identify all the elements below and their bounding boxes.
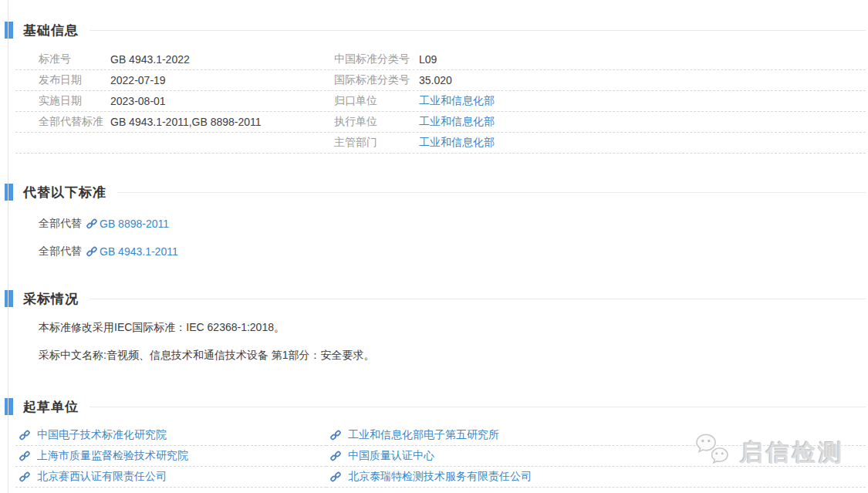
section-title-drafters: 起草单位 — [23, 398, 79, 416]
section-title-replaces: 代替以下标准 — [23, 184, 106, 201]
link-icon — [330, 451, 341, 461]
list-item: 中国质量认证中心 — [326, 446, 866, 467]
field-value: 工业和信息化部 — [419, 136, 866, 150]
list-item: 北京赛西认证有限责任公司 — [15, 467, 326, 488]
section-title-basic-info: 基础信息 — [23, 22, 79, 39]
basic-info-table: 标准号 GB 4943.1-2022 中国标准分类号 L09 发布日期 2022… — [15, 49, 866, 154]
section-header: 采标情况 — [0, 290, 868, 307]
link-icon — [19, 451, 30, 461]
table-row: 发布日期 2022-07-19 国际标准分类号 35.020 — [15, 70, 866, 91]
link-centralized-unit[interactable]: 工业和信息化部 — [419, 94, 495, 106]
section-title-adoption: 采标情况 — [23, 290, 79, 308]
field-label: 执行单位 — [334, 115, 419, 129]
link-icon — [19, 430, 30, 441]
field-value: 工业和信息化部 — [419, 94, 866, 108]
replaced-standard-link[interactable]: GB 8898-2011 — [100, 218, 169, 230]
section-header: 基础信息 — [0, 22, 868, 39]
field-label: 归口单位 — [334, 94, 419, 108]
section-rule — [90, 407, 866, 407]
replace-type-label: 全部代替 — [39, 245, 82, 258]
field-value: GB 4943.1-2011,GB 8898-2011 — [110, 116, 334, 128]
section-marker — [5, 22, 13, 39]
section-rule — [117, 192, 866, 193]
field-label: 全部代替标准 — [15, 115, 110, 129]
drafters-column-right: 工业和信息化部电子第五研究所 中国质量认证中心 北京泰瑞特检测技术服务有限责任公… — [326, 425, 866, 488]
drafter-link[interactable]: 上海市质量监督检验技术研究院 — [37, 449, 188, 463]
list-item: 中国电子技术标准化研究院 — [15, 425, 326, 446]
adoption-text-line: 采标中文名称:音视频、信息技术和通信技术设备 第1部分：安全要求。 — [39, 348, 866, 363]
replace-type-label: 全部代替 — [39, 217, 82, 231]
replaced-standard-item: 全部代替 GB 4943.1-2011 — [39, 244, 868, 258]
field-value: 35.020 — [419, 74, 866, 86]
field-value: 2022-07-19 — [110, 74, 334, 86]
section-header: 代替以下标准 — [0, 184, 868, 201]
drafters-list: 中国电子技术标准化研究院 上海市质量监督检验技术研究院 北京赛西认证有限责任公司 — [15, 425, 866, 488]
drafters-column-left: 中国电子技术标准化研究院 上海市质量监督检验技术研究院 北京赛西认证有限责任公司 — [15, 425, 326, 488]
section-marker — [5, 184, 13, 201]
replaced-standard-link[interactable]: GB 4943.1-2011 — [100, 245, 178, 258]
field-label: 主管部门 — [334, 136, 419, 150]
link-icon — [86, 246, 97, 257]
table-row: 标准号 GB 4943.1-2022 中国标准分类号 L09 — [15, 49, 866, 70]
field-label: 中国标准分类号 — [334, 52, 419, 66]
section-header: 起草单位 — [0, 398, 868, 415]
link-icon — [86, 218, 97, 229]
section-rule — [90, 30, 866, 31]
field-label: 国际标准分类号 — [334, 73, 419, 87]
link-executing-unit[interactable]: 工业和信息化部 — [419, 115, 495, 127]
field-label: 标准号 — [15, 52, 110, 66]
drafter-link[interactable]: 工业和信息化部电子第五研究所 — [348, 428, 499, 442]
field-label: 发布日期 — [15, 73, 110, 87]
table-row: 主管部门 工业和信息化部 — [15, 133, 866, 154]
field-value: 工业和信息化部 — [419, 115, 866, 129]
section-replaces: 代替以下标准 全部代替 GB 8898-2011 全部代替 GB 4943.1-… — [0, 184, 868, 258]
table-row: 实施日期 2023-08-01 归口单位 工业和信息化部 — [15, 91, 866, 112]
section-marker — [5, 398, 13, 415]
link-competent-department[interactable]: 工业和信息化部 — [419, 136, 495, 148]
list-item: 北京泰瑞特检测技术服务有限责任公司 — [326, 467, 866, 488]
section-rule — [90, 299, 866, 299]
field-value: L09 — [419, 53, 866, 66]
left-border-line — [8, 0, 8, 493]
field-label: 实施日期 — [15, 94, 110, 108]
link-icon — [330, 471, 341, 482]
section-marker — [5, 290, 13, 307]
adoption-text-line: 本标准修改采用IEC国际标准：IEC 62368-1:2018。 — [39, 320, 866, 335]
drafter-link[interactable]: 北京赛西认证有限责任公司 — [37, 470, 167, 484]
field-value: GB 4943.1-2022 — [110, 53, 334, 66]
section-drafters: 起草单位 中国电子技术标准化研究院 上海市质量监督检验技术研究院 北京赛西 — [0, 398, 868, 488]
field-value: 2023-08-01 — [110, 95, 334, 107]
drafter-link[interactable]: 中国电子技术标准化研究院 — [37, 428, 167, 442]
list-item: 工业和信息化部电子第五研究所 — [326, 425, 866, 446]
link-icon — [19, 471, 30, 482]
drafter-link[interactable]: 北京泰瑞特检测技术服务有限责任公司 — [348, 470, 532, 484]
replaced-standard-item: 全部代替 GB 8898-2011 — [39, 216, 868, 231]
drafter-link[interactable]: 中国质量认证中心 — [348, 449, 434, 463]
table-row: 全部代替标准 GB 4943.1-2011,GB 8898-2011 执行单位 … — [15, 112, 866, 133]
section-adoption: 采标情况 本标准修改采用IEC国际标准：IEC 62368-1:2018。 采标… — [0, 290, 868, 363]
section-basic-info: 基础信息 标准号 GB 4943.1-2022 中国标准分类号 L09 发布日期… — [0, 22, 868, 154]
list-item: 上海市质量监督检验技术研究院 — [15, 446, 326, 467]
link-icon — [330, 430, 341, 441]
